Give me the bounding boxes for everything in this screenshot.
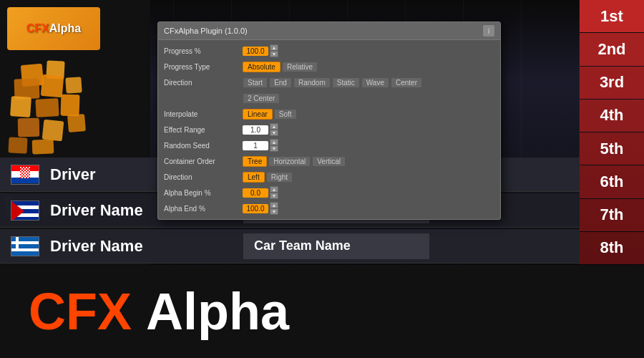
plugin-dialog: CFxAlpha Plugin (1.0.0) i Progress % 100… (157, 21, 501, 220)
effect-range-value[interactable]: 1.0 (243, 125, 268, 135)
param-direction: Direction Start End Random Static Wave C… (158, 74, 500, 90)
random-seed-spin-down[interactable]: ▼ (270, 145, 278, 152)
param-direction-label: Direction (164, 79, 243, 87)
position-7: 7th (580, 199, 644, 232)
progress-spinner[interactable]: ▲ ▼ (270, 44, 278, 57)
param-alpha-end-controls: 100.0 ▲ ▼ (243, 202, 278, 215)
param-effect-range-controls: 1.0 ▲ ▼ (243, 123, 278, 136)
btn-end[interactable]: End (269, 77, 292, 88)
position-8: 8th (580, 232, 644, 265)
flag-2 (7, 196, 43, 225)
param-effect-range-label: Effect Range (164, 126, 243, 134)
progress-value[interactable]: 100.0 (243, 47, 268, 56)
position-1: 1st (580, 0, 644, 33)
alpha-begin-spin-down[interactable]: ▼ (270, 193, 278, 199)
dialog-titlebar: CFxAlpha Plugin (1.0.0) i (158, 22, 500, 40)
position-5: 5th (580, 132, 644, 165)
alpha-text: Alpha (49, 22, 81, 35)
param-container-order: Container Order Tree Horizontal Vertical (158, 153, 500, 169)
param-alpha-begin-label: Alpha Begin % (164, 189, 243, 197)
btn-random[interactable]: Random (293, 77, 331, 88)
param-progress: Progress % 100.0 ▲ ▼ (158, 43, 500, 59)
cfx-logo: CFX Alpha (7, 7, 100, 50)
effect-range-spinner[interactable]: ▲ ▼ (270, 123, 278, 136)
btn-absolute[interactable]: Absolute (243, 62, 280, 72)
param-alpha-end-label: Alpha End % (164, 205, 243, 213)
param-random-seed: Random Seed 1 ▲ ▼ (158, 137, 500, 153)
position-6: 6th (580, 165, 644, 198)
spin-up[interactable]: ▲ (270, 44, 278, 51)
car-team-3: Car Team Name (243, 233, 429, 259)
position-4: 4th (580, 100, 644, 132)
btn-soft[interactable]: Soft (274, 109, 297, 120)
param-interpolate: Interpolate Linear Soft (158, 106, 500, 122)
param-interpolate-controls: Linear Soft (243, 109, 297, 120)
driver-name-3: Driver Name (50, 237, 229, 256)
param-direction-lr-label: Direction (164, 173, 243, 181)
alpha-end-value[interactable]: 100.0 (243, 204, 268, 213)
param-progress-type: Progress Type Absolute Relative (158, 59, 500, 74)
pos-7-label: 7th (600, 205, 624, 224)
param-progress-type-controls: Absolute Relative (243, 62, 318, 72)
btn-static[interactable]: Static (332, 77, 360, 88)
blocks-decoration (7, 57, 136, 158)
brand-alpha-text: Alpha (146, 282, 289, 341)
param-random-seed-controls: 1 ▲ ▼ (243, 139, 278, 152)
btn-linear[interactable]: Linear (243, 109, 273, 120)
flag-1 (7, 160, 43, 189)
alpha-begin-spinner[interactable]: ▲ ▼ (270, 186, 278, 199)
alpha-begin-value[interactable]: 0.0 (243, 188, 268, 198)
dialog-title: CFxAlpha Plugin (1.0.0) (164, 26, 248, 35)
param-progress-type-label: Progress Type (164, 63, 243, 71)
btn-wave[interactable]: Wave (361, 77, 389, 88)
bottom-brand: CFX Alpha (0, 265, 644, 358)
alpha-end-spinner[interactable]: ▲ ▼ (270, 202, 278, 215)
pos-1-label: 1st (600, 7, 623, 26)
btn-left[interactable]: Left (243, 172, 265, 183)
spin-down[interactable]: ▼ (270, 51, 278, 57)
param-direction-controls: Start End Random Static Wave Center (243, 77, 422, 88)
param-alpha-end: Alpha End % 100.0 ▲ ▼ (158, 200, 500, 216)
effect-range-spin-up[interactable]: ▲ (270, 123, 278, 130)
positions-column: 1st 2nd 3rd 4th 5th 6th 7th 8th (580, 0, 644, 265)
param-container-order-controls: Tree Horizontal Vertical (243, 156, 346, 167)
flag-3 (7, 232, 43, 261)
position-3: 3rd (580, 67, 644, 100)
param-progress-controls: 100.0 ▲ ▼ (243, 44, 278, 57)
random-seed-spinner[interactable]: ▲ ▼ (270, 139, 278, 152)
random-seed-value[interactable]: 1 (243, 141, 268, 150)
pos-4-label: 4th (600, 106, 624, 125)
btn-vertical[interactable]: Vertical (312, 156, 346, 167)
pos-8-label: 8th (600, 238, 624, 257)
alpha-end-spin-down[interactable]: ▼ (270, 208, 278, 215)
alpha-begin-spin-up[interactable]: ▲ (270, 186, 278, 193)
info-button[interactable]: i (483, 25, 494, 37)
pos-3-label: 3rd (600, 73, 624, 92)
param-container-order-label: Container Order (164, 158, 243, 165)
btn-horizontal[interactable]: Horizontal (268, 156, 311, 167)
pos-6-label: 6th (600, 173, 624, 191)
pos-2-label: 2nd (597, 40, 625, 59)
brand-cfx-text: CFX (29, 282, 132, 341)
random-seed-spin-up[interactable]: ▲ (270, 139, 278, 145)
position-2: 2nd (580, 33, 644, 66)
btn-tree[interactable]: Tree (243, 156, 267, 167)
btn-right[interactable]: Right (266, 172, 293, 183)
btn-2center[interactable]: 2 Center (243, 93, 280, 104)
btn-relative[interactable]: Relative (282, 62, 318, 72)
btn-start[interactable]: Start (243, 77, 268, 88)
param-direction-lr: Direction Left Right (158, 169, 500, 185)
alpha-end-spin-up[interactable]: ▲ (270, 202, 278, 208)
dialog-body: Progress % 100.0 ▲ ▼ Progress Type Absol… (158, 40, 500, 219)
btn-center[interactable]: Center (391, 77, 422, 88)
param-2center: 2 Center (158, 90, 500, 106)
param-interpolate-label: Interpolate (164, 110, 243, 118)
param-alpha-begin-controls: 0.0 ▲ ▼ (243, 186, 278, 199)
effect-range-spin-down[interactable]: ▼ (270, 130, 278, 136)
param-2center-controls: 2 Center (243, 93, 280, 104)
param-random-seed-label: Random Seed (164, 142, 243, 150)
param-direction-lr-controls: Left Right (243, 172, 293, 183)
param-effect-range: Effect Range 1.0 ▲ ▼ (158, 122, 500, 137)
driver-row-3: Driver Name Car Team Name (0, 229, 580, 263)
param-alpha-begin: Alpha Begin % 0.0 ▲ ▼ (158, 185, 500, 200)
